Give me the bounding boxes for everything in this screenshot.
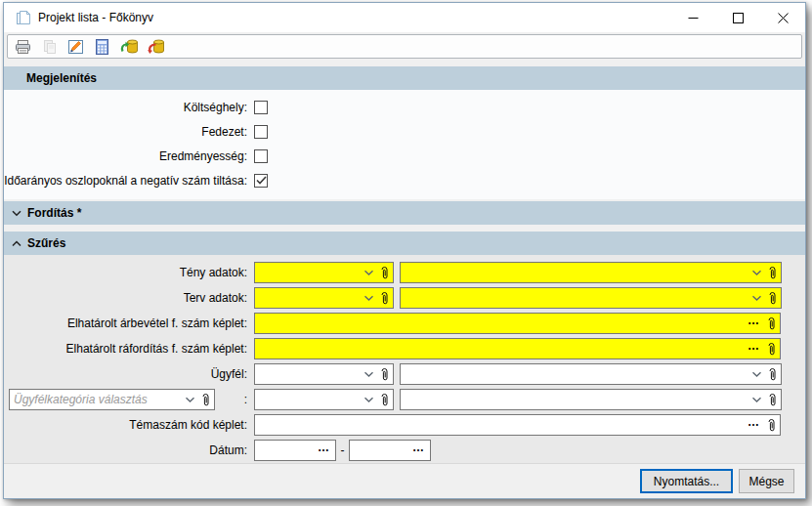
- paperclip-icon: [766, 418, 777, 433]
- chevron-down-icon: [185, 397, 195, 403]
- elhatarolt-raforditas-field[interactable]: …: [254, 338, 781, 359]
- paperclip-icon: [379, 266, 390, 280]
- elhatarolt-arbevetel-field[interactable]: …: [254, 313, 781, 334]
- ellipsis-button[interactable]: …: [748, 339, 760, 353]
- filter-row-ugyfelkategoria: Ügyfélkategória választás :: [4, 387, 805, 412]
- checkbox-row: Eredményesség:: [4, 144, 805, 168]
- field-label: Elhatárolt árbevétel f. szám képlet:: [4, 316, 254, 330]
- checkbox-row: Időarányos oszlopoknál a negatív szám ti…: [4, 168, 805, 192]
- field-label: Elhatárolt ráfordítás f. szám képlet:: [4, 342, 254, 356]
- chevron-down-icon: [751, 371, 762, 378]
- colon-separator: :: [215, 393, 254, 406]
- section-header-forditas[interactable]: Fordítás *: [4, 201, 805, 225]
- paperclip-icon: [379, 367, 390, 382]
- checkbox-row: Költséghely:: [4, 95, 805, 119]
- checkbox-label: Fedezet:: [4, 125, 254, 139]
- toolbar: [7, 34, 802, 59]
- filter-row-elhatarolt-raforditas: Elhatárolt ráfordítás f. szám képlet: …: [4, 336, 805, 361]
- teny-adatok-combo-right[interactable]: [400, 262, 782, 283]
- paperclip-icon: [766, 342, 777, 357]
- checkbox-label: Eredményesség:: [4, 149, 254, 163]
- koltseghely-checkbox[interactable]: [254, 101, 268, 114]
- ellipsis-button[interactable]: …: [748, 415, 760, 429]
- field-label: Dátum:: [4, 443, 254, 457]
- footer: Nyomtatás... Mégse: [4, 463, 805, 498]
- calculator-icon[interactable]: [91, 36, 113, 58]
- print-preview-icon[interactable]: [38, 36, 61, 58]
- chevron-up-icon: [12, 240, 21, 247]
- cancel-button[interactable]: Mégse: [739, 469, 794, 493]
- section-title: Megjelenítés: [26, 71, 97, 85]
- print-button[interactable]: Nyomtatás...: [640, 469, 733, 493]
- field-label: Témaszám kód képlet:: [4, 418, 254, 432]
- filter-section-body: Tény adatok: Terv adatok:: [4, 255, 805, 463]
- toolbar-wrap: [4, 32, 805, 61]
- print-icon[interactable]: [12, 36, 34, 58]
- checkbox-row: Fedezet:: [4, 119, 805, 144]
- field-label: Tény adatok:: [4, 266, 254, 279]
- chevron-down-icon: [363, 371, 374, 378]
- filter-row-datum: Dátum: … - …: [4, 438, 805, 463]
- document-icon[interactable]: [16, 10, 31, 25]
- combo-placeholder: Ügyfélkategória választás: [14, 393, 185, 406]
- datum-tol-field[interactable]: …: [254, 440, 336, 461]
- chevron-down-icon: [751, 295, 762, 302]
- ugyfel-combo-left[interactable]: [254, 363, 394, 385]
- dialog-window: Projekt lista - Főkönyv: [3, 2, 806, 499]
- ellipsis-button[interactable]: …: [412, 441, 425, 454]
- checkbox-label: Költséghely:: [4, 101, 254, 114]
- negativ-szam-tiltasa-checkbox[interactable]: [254, 174, 268, 188]
- ugyfel-combo-right[interactable]: [400, 363, 782, 385]
- ugyfelkategoria-combo-right[interactable]: [400, 389, 782, 410]
- paperclip-icon: [767, 367, 778, 382]
- ellipsis-button[interactable]: …: [318, 441, 330, 454]
- teny-adatok-combo-left[interactable]: [254, 262, 394, 283]
- window-title: Projekt lista - Főkönyv: [38, 11, 670, 24]
- chevron-down-icon: [363, 397, 374, 403]
- filter-row-teny-adatok: Tény adatok:: [4, 260, 805, 285]
- filter-row-elhatarolt-arbevetel: Elhatárolt árbevétel f. szám képlet: …: [4, 311, 805, 336]
- ugyfelkategoria-combo[interactable]: Ügyfélkategória választás: [9, 389, 215, 410]
- titlebar: Projekt lista - Főkönyv: [4, 3, 805, 32]
- filter-row-terv-adatok: Terv adatok:: [4, 285, 805, 311]
- section-title: Szűrés: [27, 236, 65, 250]
- report-design-icon[interactable]: [64, 36, 87, 58]
- paperclip-icon: [767, 393, 778, 407]
- date-range-dash: -: [336, 443, 349, 457]
- section-header-szures[interactable]: Szűrés: [4, 232, 805, 255]
- chevron-down-icon: [12, 210, 21, 217]
- chevron-down-icon: [751, 397, 762, 403]
- fedezet-checkbox[interactable]: [254, 125, 268, 139]
- checkbox-label: Időarányos oszlopoknál a negatív szám ti…: [4, 174, 254, 188]
- database-export-icon[interactable]: [144, 36, 166, 58]
- field-label: Terv adatok:: [4, 291, 254, 305]
- maximize-button[interactable]: [715, 3, 760, 32]
- ugyfelkategoria-combo-middle[interactable]: [254, 389, 394, 410]
- field-label: Ügyfél:: [4, 367, 254, 381]
- paperclip-icon: [767, 291, 778, 306]
- display-section-body: Költséghely: Fedezet: Eredményesség: Idő…: [4, 90, 805, 199]
- terv-adatok-combo-right[interactable]: [400, 287, 782, 309]
- window-controls: [670, 3, 805, 32]
- paperclip-icon: [766, 316, 777, 331]
- datum-ig-field[interactable]: …: [349, 440, 431, 461]
- minimize-button[interactable]: [670, 3, 715, 32]
- chevron-down-icon: [363, 270, 374, 276]
- temaszam-kod-keplet-field[interactable]: …: [254, 414, 781, 436]
- paperclip-icon: [379, 291, 390, 306]
- eredmenyesseg-checkbox[interactable]: [254, 149, 268, 163]
- chevron-down-icon: [363, 295, 374, 302]
- ellipsis-button[interactable]: …: [748, 314, 760, 327]
- database-import-icon[interactable]: [117, 36, 140, 58]
- filter-row-ugyfel: Ügyfél:: [4, 361, 805, 387]
- chevron-down-icon: [751, 270, 762, 276]
- terv-adatok-combo-left[interactable]: [254, 287, 394, 309]
- filter-row-temaszam: Témaszám kód képlet: …: [4, 412, 805, 438]
- paperclip-icon: [379, 393, 390, 407]
- section-title: Fordítás *: [27, 206, 81, 220]
- paperclip-icon: [200, 393, 211, 407]
- close-button[interactable]: [760, 3, 805, 32]
- paperclip-icon: [767, 266, 778, 280]
- section-header-megjelenites: Megjelenítés: [4, 66, 805, 90]
